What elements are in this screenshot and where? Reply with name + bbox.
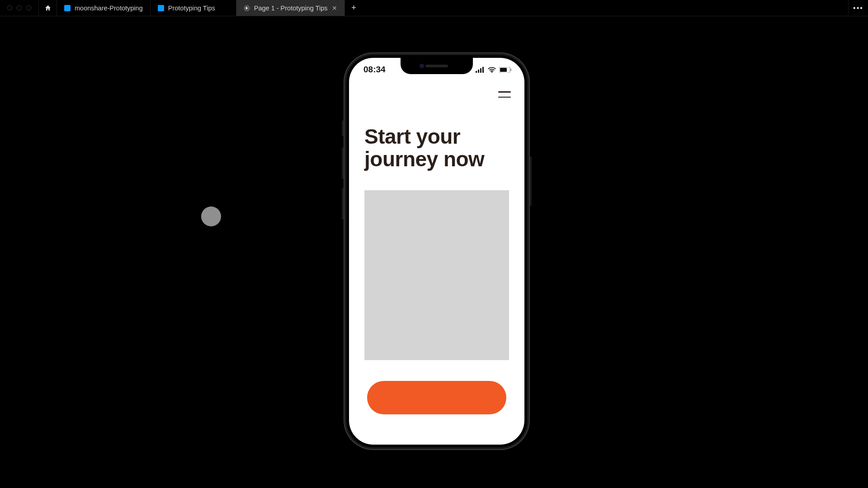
- cta-button[interactable]: [367, 381, 506, 414]
- wifi-icon: [488, 67, 496, 73]
- hero-title-line: journey now: [364, 148, 509, 171]
- window-close-icon[interactable]: [7, 5, 12, 10]
- battery-icon: [499, 67, 512, 73]
- hamburger-icon: [498, 97, 511, 98]
- home-button[interactable]: [39, 0, 57, 16]
- svg-rect-6: [510, 69, 511, 71]
- device-side-button: [342, 147, 344, 179]
- hamburger-icon: [498, 91, 511, 93]
- svg-rect-5: [500, 68, 507, 72]
- window-minimize-icon[interactable]: [17, 5, 22, 10]
- device-side-button: [530, 156, 532, 206]
- svg-rect-0: [476, 71, 477, 73]
- new-tab-button[interactable]: +: [345, 0, 363, 16]
- menu-button[interactable]: [498, 91, 511, 98]
- prototype-canvas[interactable]: 08:34 Start your journey now: [0, 16, 868, 488]
- window-controls: [0, 0, 39, 16]
- document-icon: [64, 5, 71, 11]
- svg-rect-1: [478, 70, 479, 73]
- touch-cursor-indicator: [201, 206, 221, 226]
- tab-page1-prototyping[interactable]: Page 1 - Prototyping Tips ✕: [236, 0, 345, 16]
- device-screen[interactable]: 08:34 Start your journey now: [349, 58, 524, 445]
- home-icon: [44, 5, 52, 12]
- tab-label: Page 1 - Prototyping Tips: [254, 5, 328, 12]
- speaker-icon: [425, 65, 448, 67]
- device-side-button: [342, 188, 344, 220]
- device-side-button: [342, 120, 344, 136]
- status-time: 08:34: [363, 65, 386, 75]
- tab-label: moonshare-Prototyping: [75, 5, 143, 12]
- hero-title: Start your journey now: [349, 108, 524, 170]
- device-notch: [401, 58, 473, 74]
- close-icon[interactable]: ✕: [332, 5, 337, 12]
- app-titlebar: moonshare-Prototyping Prototyping Tips P…: [0, 0, 868, 16]
- tab-label: Prototyping Tips: [168, 5, 215, 12]
- window-maximize-icon[interactable]: [26, 5, 31, 10]
- tab-bar: moonshare-Prototyping Prototyping Tips P…: [57, 0, 345, 16]
- image-placeholder: [364, 190, 509, 360]
- tab-moonshare[interactable]: moonshare-Prototyping: [57, 0, 151, 16]
- svg-rect-2: [480, 68, 481, 73]
- cellular-icon: [476, 67, 485, 73]
- more-menu-button[interactable]: •••: [848, 0, 868, 16]
- camera-icon: [420, 64, 424, 68]
- hero-title-line: Start your: [364, 126, 509, 148]
- play-icon: [244, 5, 250, 11]
- document-icon: [158, 5, 164, 11]
- svg-rect-3: [482, 67, 484, 73]
- device-frame: 08:34 Start your journey now: [344, 52, 530, 450]
- tab-prototyping-tips[interactable]: Prototyping Tips: [151, 0, 236, 16]
- app-header: [349, 81, 524, 108]
